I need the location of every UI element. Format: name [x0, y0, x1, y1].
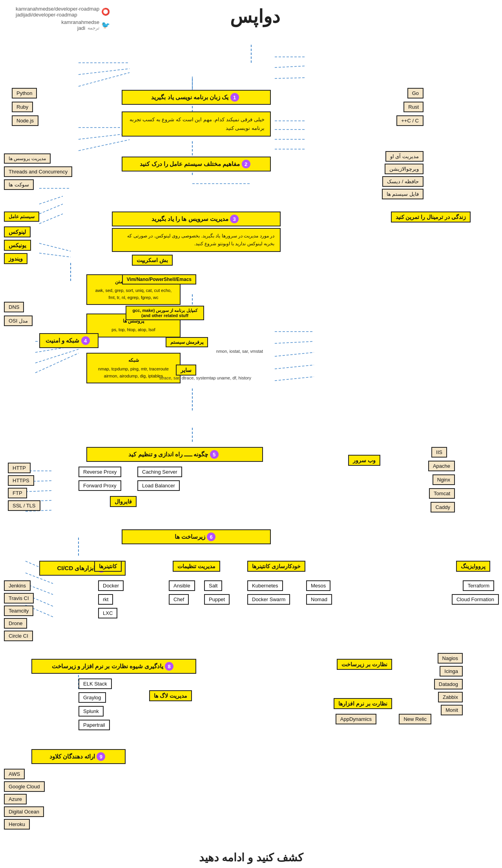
s5-ftp[interactable]: FTP — [8, 488, 27, 498]
s7-lxc[interactable]: LXC — [98, 608, 117, 618]
s7-provisioning-label[interactable]: پرووایزینگ — [456, 561, 490, 572]
s2-left-process[interactable]: مدیریت پروسس ها — [4, 153, 51, 164]
s7-terraform[interactable]: Terraform — [463, 580, 494, 591]
section-5: 5 چگونه ـــــ راه اندازی و تنظیم کید HTT… — [0, 447, 502, 522]
s3-vim[interactable]: Vim/Nano/PowerShell/Emacs — [122, 274, 196, 284]
s9-aws[interactable]: AWS — [4, 769, 25, 779]
s3-windows[interactable]: ویندوز — [4, 253, 27, 264]
s7-kubernetes[interactable]: Kubernetes — [247, 580, 283, 591]
s2-right-mem[interactable]: حافظه / دیسک — [382, 176, 424, 187]
s3-desc-text: در مورد مدیریت در سرورها یاد بگیرید. بخص… — [127, 233, 274, 246]
s3-other-label[interactable]: سایر — [176, 365, 196, 376]
s7-nomad[interactable]: Nomad — [306, 594, 332, 605]
s3-process-content: ps, top, htop, atop, lsof — [92, 326, 175, 334]
s3-perf-label[interactable]: پرفرمش سیستم — [166, 337, 208, 347]
twitter-link-1[interactable]: kamranahmedse — [61, 19, 99, 25]
s1-right-go[interactable]: Go — [407, 88, 424, 98]
github-link-1[interactable]: kamranahmedse/developer-roadmap — [16, 6, 99, 12]
s7-docker[interactable]: Docker — [98, 580, 124, 591]
s5-caching[interactable]: Caching Server — [137, 467, 182, 477]
s3-compile[interactable]: کمپایل برنامه از سورس (gcc, make and oth… — [126, 306, 204, 320]
s2-right-virt[interactable]: ویرچوالازیشن — [385, 164, 424, 174]
section-6: 6 زیرساخت ها — [0, 529, 502, 553]
s5-reverse-proxy[interactable]: Reverse Proxy — [78, 467, 121, 477]
s7-teamcity[interactable]: Teamcity — [4, 605, 33, 616]
s1-right-rust[interactable]: Rust — [403, 102, 424, 112]
s8-icinga[interactable]: Icinga — [440, 666, 463, 677]
s5-tomcat[interactable]: Tomcat — [429, 488, 455, 499]
s7-ansible[interactable]: Ansible — [169, 580, 195, 591]
s5-iis[interactable]: IIS — [431, 447, 447, 458]
s2-right-fs[interactable]: فایل سیستم ها — [382, 189, 424, 199]
s5-http[interactable]: HTTP — [8, 463, 31, 473]
s5-forward-proxy[interactable]: Forward Proxy — [78, 480, 121, 491]
s8-elk[interactable]: ELK Stack — [78, 678, 112, 689]
s7-jenkins[interactable]: Jenkins — [4, 580, 31, 591]
s8-appdynamics[interactable]: AppDynamics — [336, 714, 376, 724]
s8-nagios[interactable]: Nagios — [438, 653, 463, 664]
s3-other-content: strace, sar, dtrace, systemtap uname, df… — [159, 376, 251, 380]
s3-osi[interactable]: مدل OSI — [4, 315, 33, 326]
s1-left-nodejs[interactable]: Node.js — [12, 115, 38, 126]
s5-caddy[interactable]: Caddy — [431, 502, 455, 512]
s3-terminal[interactable]: زندگی در ترمینال را تمرین کنید — [391, 212, 471, 222]
s7-orchestration-label[interactable]: خودکارسازی کانتینرها — [247, 561, 305, 572]
s3-security[interactable]: 4 شبکه و امنیت — [39, 333, 99, 348]
s3-dns[interactable]: DNS — [4, 302, 24, 312]
s1-right-cpp[interactable]: C / C++ — [396, 115, 424, 126]
s7-travis[interactable]: Travis CI — [4, 593, 34, 604]
s3-bash[interactable]: بش اسکریپت — [132, 255, 173, 266]
s9-google-cloud[interactable]: Google Cloud — [4, 781, 45, 792]
s1-left-python[interactable]: Python — [12, 88, 37, 98]
s9-azure[interactable]: Azure — [4, 794, 27, 804]
s5-webserver-label[interactable]: وب سرور — [348, 455, 380, 466]
s7-docker-swarm[interactable]: Docker Swarm — [247, 594, 290, 605]
s9-digital-ocean[interactable]: Digital Ocean — [4, 806, 44, 817]
s1-desc: خیلی فرقی نمیکند کدام. مهم این است که شر… — [122, 111, 271, 137]
twitter-prefix: ترجمه — [88, 25, 99, 31]
s7-puppet[interactable]: Puppet — [204, 594, 230, 605]
s7-drone[interactable]: Drone — [4, 618, 27, 629]
s8-main-box: 8 یادگیری شیوه نظارت بر نرم افزار و زیرس… — [31, 659, 196, 674]
s8-splunk[interactable]: Splunk — [78, 706, 104, 717]
s7-cloud-formation[interactable]: Cloud Formation — [452, 594, 499, 605]
s1-left-ruby[interactable]: Ruby — [12, 102, 33, 112]
s5-nginx[interactable]: Nginx — [433, 474, 455, 485]
s8-monit[interactable]: Monit — [441, 705, 463, 715]
s8-app-label[interactable]: نظارت بر نرم افزارها — [334, 698, 392, 709]
section-9: 9 ارائه دهندگان کلاود AWS Google Cloud A… — [0, 749, 502, 843]
s1-desc-text: خیلی فرقی نمیکند کدام. مهم این است که شر… — [130, 117, 265, 131]
s8-datadog[interactable]: Datadog — [434, 679, 463, 689]
s9-heroku[interactable]: Heroku — [4, 819, 30, 830]
s5-load-balancer[interactable]: Load Balancer — [137, 480, 180, 491]
s5-apache[interactable]: Apache — [428, 461, 455, 471]
s7-salt[interactable]: Salt — [204, 580, 222, 591]
s7-config-label[interactable]: مدیریت تنظیمات — [173, 561, 220, 572]
s2-left-threads[interactable]: Threads and Concurrency — [4, 166, 72, 177]
s7-containers-label[interactable]: کانتینرها — [94, 561, 122, 572]
twitter-link-2[interactable]: jadi — [77, 25, 85, 31]
s3-tools-content: awk, sed, grep, sort, uniq, cat, cut ech… — [92, 287, 175, 301]
s5-ssl[interactable]: SSL / TLS — [8, 500, 40, 511]
s7-mesos[interactable]: Mesos — [306, 580, 330, 591]
s5-https[interactable]: HTTPS — [8, 475, 34, 486]
s7-circleci[interactable]: Circle CI — [4, 631, 33, 641]
github-link-2[interactable]: jadijadi/developer-roadmap — [16, 12, 99, 18]
s8-zabbix[interactable]: Zabbix — [438, 692, 463, 702]
s2-right-io[interactable]: مدیریت آی او — [385, 151, 424, 162]
s2-left-sockets[interactable]: سوکت ها — [4, 179, 34, 190]
s8-log-label[interactable]: مدیریت لاگ ها — [149, 690, 192, 701]
s5-firewall[interactable]: فایروال — [110, 496, 137, 507]
s8-infra-label[interactable]: نظارت بر زیرساخت — [337, 659, 392, 670]
page-wrapper: دواپس ⭕ kamranahmedse/developer-roadmap … — [0, 0, 502, 868]
s7-rkt[interactable]: rkt — [98, 594, 113, 605]
s8-newrelic[interactable]: New Relic — [399, 714, 431, 724]
s2-main-label: مفاهیم مختلف سیستم عامل را درک کنید — [140, 160, 240, 167]
s3-os-label[interactable]: سیستم عامل — [4, 212, 39, 222]
s8-graylog[interactable]: Graylog — [78, 692, 106, 703]
s8-papertrail[interactable]: Papertrail — [78, 720, 110, 730]
s3-linux[interactable]: لینوکس — [4, 226, 31, 237]
s7-chef[interactable]: Chef — [169, 594, 189, 605]
s3-unix[interactable]: یونیکس — [4, 240, 31, 251]
s3-perf-content: nmon, iostat, sar, vmstat — [216, 349, 263, 354]
